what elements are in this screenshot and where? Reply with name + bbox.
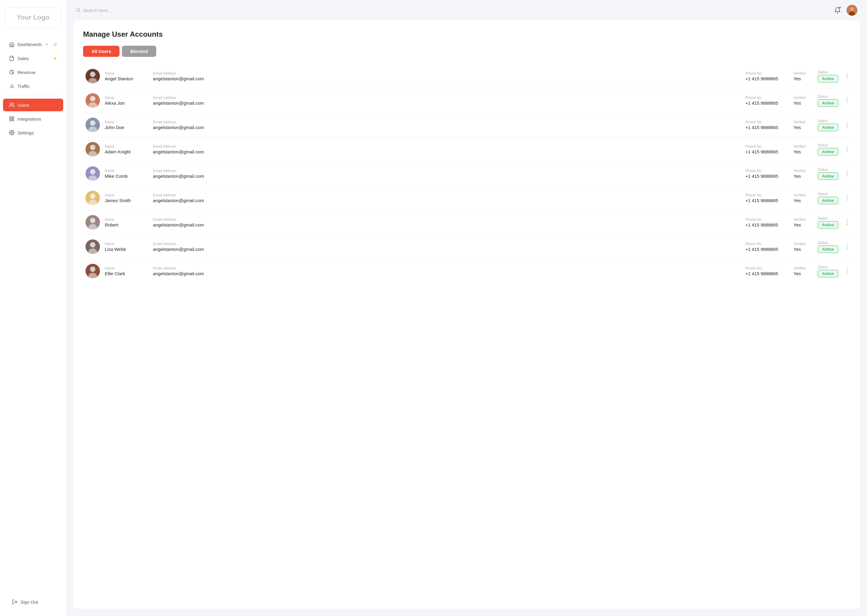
verified-label: Verified (793, 169, 818, 173)
status-badge: Active (818, 99, 839, 107)
user-status-col: Status Active (818, 70, 848, 82)
dot-menu-dot (847, 272, 848, 274)
user-phone: +1 415 9888865 (746, 174, 793, 179)
row-menu-button[interactable] (844, 267, 850, 275)
user-list: Name Angel Stanton Email Address angelst… (83, 64, 850, 283)
sidebar-item-revenue-label: Revenue (17, 70, 36, 75)
sidebar-item-sales[interactable]: Sales ★ (3, 52, 63, 64)
user-verified: Yes (793, 198, 818, 203)
name-label: Name (105, 266, 153, 270)
avatar (85, 167, 100, 181)
avatar[interactable] (847, 5, 858, 16)
sidebar-item-settings-label: Settings (17, 130, 34, 135)
home-icon (9, 42, 14, 47)
dot-menu-dot (847, 244, 848, 245)
sidebar-item-users[interactable]: Users (3, 99, 63, 111)
search-wrap[interactable]: Search here... (76, 8, 827, 13)
page-title: Manage User Accounts (83, 30, 850, 39)
email-label: Email Address (153, 193, 746, 197)
tab-blocked[interactable]: Blocked (122, 46, 156, 57)
sign-out-button[interactable]: Sign Out (6, 596, 60, 608)
topbar-right (832, 5, 858, 16)
user-status-col: Status Active (818, 216, 848, 229)
dot-menu-dot (847, 224, 848, 225)
user-status-col: Status Active (818, 119, 848, 131)
sidebar-item-integrations[interactable]: Integrations (3, 113, 63, 125)
dot-menu-dot (847, 126, 848, 127)
notification-button[interactable] (832, 5, 843, 16)
table-row: Name Lisa Webb Email Address angelstanto… (83, 235, 850, 259)
avatar-image (847, 5, 858, 16)
add-icon[interactable]: ⊕ (53, 41, 57, 47)
row-menu-button[interactable] (844, 120, 850, 129)
user-verified-col: Verified Yes (793, 193, 818, 203)
user-email-col: Email Address angelstanton@gmail.com (153, 96, 746, 105)
file-icon (9, 56, 14, 61)
user-email: angelstanton@gmail.com (153, 198, 746, 203)
search-input-placeholder[interactable]: Search here... (83, 8, 111, 13)
user-email-col: Email Address angelstanton@gmail.com (153, 120, 746, 130)
row-menu-button[interactable] (844, 72, 850, 81)
status-badge: Active (818, 221, 839, 229)
user-status-col: Status Active (818, 143, 848, 156)
user-name: John Doe (105, 125, 153, 130)
status-label: Status (818, 70, 848, 74)
user-phone-col: Phone No. +1 415 9888865 (746, 96, 793, 105)
row-menu-button[interactable] (844, 218, 850, 227)
avatar (85, 191, 100, 205)
row-menu-button[interactable] (844, 193, 850, 203)
user-phone-col: Phone No. +1 415 9888865 (746, 217, 793, 227)
user-verified: Yes (793, 76, 818, 81)
row-menu-button[interactable] (844, 145, 850, 154)
user-verified: Yes (793, 125, 818, 130)
phone-label: Phone No. (746, 169, 793, 173)
dot-menu-dot (847, 268, 848, 269)
svg-point-21 (88, 127, 97, 132)
dot-menu-dot (847, 98, 848, 99)
sidebar: Your Logo Dashboards ▾ ⊕ Sales ★ (0, 0, 66, 616)
phone-label: Phone No. (746, 145, 793, 149)
row-menu-button[interactable] (844, 169, 850, 178)
avatar (85, 69, 100, 83)
user-email-col: Email Address angelstanton@gmail.com (153, 217, 746, 227)
dot-menu-dot (847, 171, 848, 172)
sidebar-item-dashboards[interactable]: Dashboards ▾ ⊕ (3, 38, 63, 51)
user-name: Adam Knight (105, 149, 153, 154)
table-row: Name Ellie Clark Email Address angelstan… (83, 259, 850, 283)
svg-point-32 (90, 267, 95, 272)
sidebar-item-settings[interactable]: Settings (3, 126, 63, 139)
dot-menu-dot (847, 270, 848, 272)
svg-rect-6 (13, 117, 14, 118)
sidebar-item-revenue[interactable]: Revenue (3, 66, 63, 79)
user-phone-col: Phone No. +1 415 9888865 (746, 120, 793, 130)
email-label: Email Address (153, 169, 746, 173)
sidebar-item-traffic[interactable]: Traffic (3, 80, 63, 92)
table-row: Name John Doe Email Address angelstanton… (83, 113, 850, 137)
user-name-col: Name Adam Knight (105, 145, 153, 154)
filter-tabs: All Users Blocked (83, 46, 850, 57)
chart-pie-icon (9, 69, 14, 75)
status-badge: Active (818, 197, 839, 204)
svg-point-14 (850, 7, 854, 11)
sign-out-label: Sign Out (20, 599, 38, 605)
svg-point-27 (88, 200, 97, 205)
verified-label: Verified (793, 217, 818, 222)
svg-point-31 (88, 248, 97, 254)
user-status-col: Status Active (818, 240, 848, 253)
name-label: Name (105, 217, 153, 222)
user-verified: Yes (793, 222, 818, 227)
email-label: Email Address (153, 120, 746, 124)
verified-label: Verified (793, 193, 818, 197)
user-name-col: Name James Smith (105, 193, 153, 203)
status-badge: Active (818, 124, 839, 131)
name-label: Name (105, 242, 153, 246)
user-email-col: Email Address angelstanton@gmail.com (153, 242, 746, 252)
row-menu-button[interactable] (844, 242, 850, 251)
sidebar-item-users-label: Users (17, 102, 29, 108)
svg-point-33 (88, 273, 97, 278)
user-email-col: Email Address angelstanton@gmail.com (153, 193, 746, 203)
tab-all-users[interactable]: All Users (83, 46, 120, 57)
table-row: Name Robert Email Address angelstanton@g… (83, 210, 850, 235)
row-menu-button[interactable] (844, 96, 850, 105)
user-name: Mike Comb (105, 174, 153, 179)
